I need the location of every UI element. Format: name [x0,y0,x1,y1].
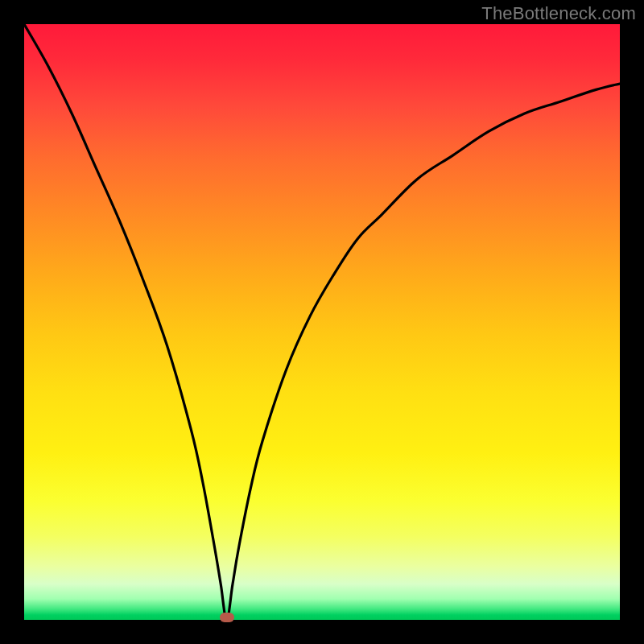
chart-plot-area [24,24,620,620]
minimum-marker [220,613,234,622]
chart-frame: TheBottleneck.com [0,0,644,644]
attribution-label: TheBottleneck.com [481,3,636,24]
bottleneck-curve [24,24,620,620]
